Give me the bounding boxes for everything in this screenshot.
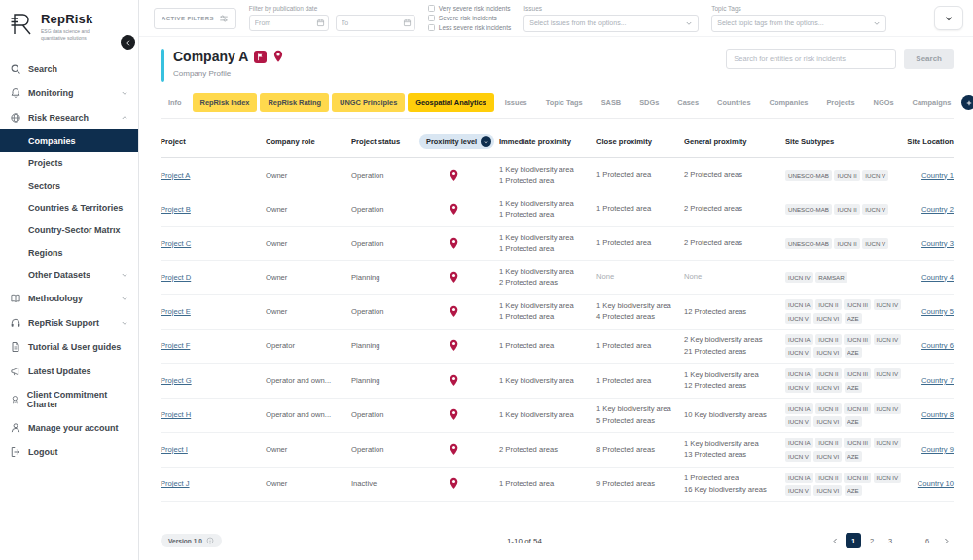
tab-reprisk-rating[interactable]: RepRisk Rating (260, 93, 329, 112)
issues-filter: Issues Select issues from the options... (523, 5, 699, 32)
country-link[interactable]: Country 6 (921, 341, 954, 350)
prev-page-button[interactable] (827, 533, 843, 548)
tab-countries[interactable]: Countries (709, 93, 759, 112)
page-button-2[interactable]: 2 (864, 533, 880, 548)
sidebar-item-regions[interactable]: Regions (0, 241, 138, 263)
add-tab-button[interactable] (961, 95, 973, 110)
country-link[interactable]: Country 5 (921, 307, 954, 316)
location-pin-icon[interactable] (272, 50, 284, 63)
sidebar-collapse-button[interactable] (121, 35, 135, 50)
sidebar-item-client-commitment-charter[interactable]: Client Commitment Charter (0, 383, 138, 415)
sidebar-item-reprisk-support[interactable]: RepRisk Support (0, 310, 138, 334)
sidebar-item-countries-territories[interactable]: Countries & Territories (0, 196, 138, 219)
tab-cases[interactable]: Cases (669, 93, 706, 112)
project-status-cell: Operation (351, 171, 415, 180)
site-subtype-chip: IUCN IV (874, 472, 902, 483)
risk-flag-icon[interactable] (254, 51, 267, 63)
next-page-button[interactable] (938, 533, 954, 548)
search-input[interactable] (726, 49, 896, 69)
pin-icon[interactable] (449, 443, 459, 456)
pin-icon[interactable] (449, 374, 459, 387)
country-link[interactable]: Country 1 (921, 171, 954, 180)
pin-icon[interactable] (449, 305, 459, 318)
pin-icon[interactable] (449, 339, 459, 352)
sidebar-item-tutorial-user-guides[interactable]: Tutorial & User guides (0, 334, 138, 359)
project-link[interactable]: Project I (161, 445, 188, 454)
megaphone-icon (10, 366, 21, 377)
project-link[interactable]: Project D (161, 273, 191, 282)
sidebar-item-projects[interactable]: Projects (0, 152, 138, 174)
country-link[interactable]: Country 7 (921, 376, 954, 385)
pin-icon[interactable] (449, 169, 459, 182)
sidebar-item-monitoring[interactable]: Monitoring (0, 81, 138, 105)
reprisk-logo[interactable]: RepRisk ESG data science and quantitativ… (0, 10, 138, 51)
tab-topic-tags[interactable]: Topic Tags (538, 93, 591, 112)
sidebar-item-country-sector-matrix[interactable]: Country-Sector Matrix (0, 219, 138, 241)
pin-icon[interactable] (449, 203, 459, 216)
tab-companies[interactable]: Companies (762, 93, 816, 112)
tab-sdgs[interactable]: SDGs (631, 93, 667, 112)
country-link[interactable]: Country 2 (921, 205, 954, 214)
topic-tags-select[interactable]: Select topic tags from the options... (711, 15, 886, 32)
tab-info[interactable]: Info (161, 93, 190, 112)
site-subtype-chip: IUCN IA (785, 403, 813, 414)
sidebar-item-sectors[interactable]: Sectors (0, 174, 138, 196)
table-row: Project IOwnerOperation2 Protected areas… (161, 433, 954, 468)
info-icon[interactable] (206, 537, 214, 544)
filter-bar-collapse-button[interactable] (934, 6, 963, 30)
page-button-6[interactable]: 6 (919, 533, 935, 548)
tab-campaigns[interactable]: Campaigns (905, 93, 959, 112)
sidebar-item-logout[interactable]: Logout (0, 439, 138, 464)
tab-ungc-principles[interactable]: UNGC Principles (332, 93, 405, 112)
issues-select[interactable]: Select issues from the options... (523, 15, 699, 32)
country-link[interactable]: Country 3 (921, 239, 954, 248)
close-proximity-cell: 1 Protected area (596, 341, 680, 350)
project-link[interactable]: Project J (161, 479, 190, 488)
sidebar-item-search[interactable]: Search (0, 56, 138, 81)
sidebar-item-methodology[interactable]: Methodology (0, 286, 138, 310)
country-link[interactable]: Country 10 (918, 479, 954, 488)
sidebar-item-latest-updates[interactable]: Latest Updates (0, 359, 138, 383)
page-button-3[interactable]: 3 (883, 533, 898, 548)
tab-reprisk-index[interactable]: RepRisk Index (193, 93, 258, 112)
pin-icon[interactable] (449, 408, 459, 421)
checkbox-very-severe-risk-incidents[interactable] (428, 5, 435, 12)
tab-projects[interactable]: Projects (818, 93, 862, 112)
tab-ngos[interactable]: NGOs (866, 93, 902, 112)
search-button[interactable]: Search (904, 49, 954, 69)
sidebar-item-companies[interactable]: Companies (0, 129, 138, 152)
project-link[interactable]: Project E (161, 307, 191, 316)
sidebar-item-other-datasets[interactable]: Other Datasets (0, 263, 138, 286)
project-link[interactable]: Project C (161, 239, 191, 248)
active-filters-button[interactable]: ACTIVE FILTERS (154, 8, 236, 29)
page-button-1[interactable]: 1 (846, 533, 861, 548)
tab-geospatial-analytics[interactable]: Geospatial Analytics (408, 93, 493, 112)
chevron-right-icon (942, 537, 951, 545)
pin-icon[interactable] (449, 237, 459, 250)
pin-icon[interactable] (449, 271, 459, 284)
calendar-icon[interactable] (316, 18, 325, 27)
project-link[interactable]: Project A (161, 171, 190, 180)
tab-sasb[interactable]: SASB (594, 93, 630, 112)
project-link[interactable]: Project H (161, 410, 191, 419)
country-link[interactable]: Country 9 (921, 445, 954, 454)
country-link[interactable]: Country 4 (921, 273, 954, 282)
checkbox-severe-risk-incidents[interactable] (428, 15, 435, 21)
tab-issues[interactable]: Issues (497, 93, 535, 112)
sidebar-item-risk-research[interactable]: Risk Research (0, 105, 138, 129)
sidebar-item-label: Companies (28, 136, 76, 146)
proximity-level-sort[interactable]: Proximity level (419, 134, 494, 149)
cell-line: 1 Protected area (684, 473, 781, 482)
country-link[interactable]: Country 8 (921, 410, 954, 419)
pin-icon[interactable] (449, 477, 459, 490)
site-subtypes-cell: IUCN IAIUCN IIIUCN IIIIUCN IVIUCN VIUCN … (785, 472, 902, 497)
project-link[interactable]: Project G (161, 376, 192, 385)
calendar-icon[interactable] (403, 18, 412, 27)
project-link[interactable]: Project B (161, 205, 191, 214)
site-subtypes-cell: IUCN IAIUCN IIIUCN IIIIUCN IVIUCN VIUCN … (785, 438, 902, 462)
cell-line: 1 Key biodiversity area (684, 439, 781, 448)
project-link[interactable]: Project F (161, 341, 190, 350)
sidebar-item-manage-your-account[interactable]: Manage your account (0, 415, 138, 439)
checkbox-less-severe-risk-incidents[interactable] (428, 24, 435, 31)
site-subtype-chip: IUCN IV (874, 299, 902, 310)
